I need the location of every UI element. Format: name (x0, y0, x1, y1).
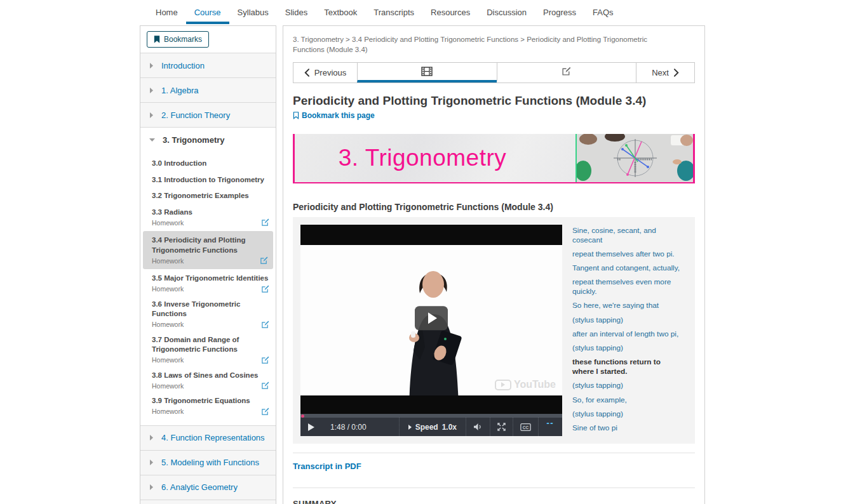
module-banner-image: 3. Trigonometry (293, 134, 695, 183)
subsection-3-4-selected[interactable]: 3.4 Periodicity and Plotting Trigonometr… (143, 231, 273, 269)
chevron-right-icon (149, 460, 154, 465)
nav-course[interactable]: Course (186, 0, 229, 24)
subsection-3-5[interactable]: 3.5 Major Trigonometric Identities Homew… (140, 270, 276, 296)
homework-label: Homework (152, 356, 184, 364)
nav-progress[interactable]: Progress (535, 0, 584, 24)
svg-text:CC: CC (523, 425, 529, 429)
nav-discussion[interactable]: Discussion (478, 0, 535, 24)
edit-homework-icon[interactable] (261, 381, 269, 390)
volume-button[interactable] (466, 418, 490, 436)
sidebar-section-function-representations[interactable]: 4. Function Representations (140, 425, 276, 450)
tab-homework-unit[interactable] (497, 63, 636, 83)
edit-homework-icon[interactable] (261, 356, 269, 364)
video-transcript-panel[interactable]: Sine, cosine, secant, and cosecant repea… (570, 225, 687, 436)
video-progress-bar[interactable] (300, 414, 562, 418)
chevron-right-icon (149, 112, 154, 118)
bookmark-link-label: Bookmark this page (302, 111, 375, 120)
chevron-right-icon (149, 63, 154, 69)
subsection-label: 3.2 Trigonometric Examples (152, 191, 269, 201)
bookmark-outline-icon (293, 112, 299, 119)
homework-label: Homework (152, 321, 184, 328)
video-controls: 1:48 / 0:00 Speed 1.0x (300, 418, 562, 436)
bookmarks-button[interactable]: Bookmarks (147, 31, 209, 48)
transcript-line[interactable]: (stylus tapping) (572, 343, 683, 353)
sidebar-section-analytic-geometry[interactable]: 6. Analytic Geometry (140, 475, 276, 500)
sidebar-section-label: 1. Algebra (161, 86, 199, 95)
video-player: YouTube 1:48 / 0:00 Speed 1.0x (300, 225, 562, 436)
subsection-label: 3.8 Laws of Sines and Cosines (152, 371, 269, 381)
subsection-3-0[interactable]: 3.0 Introduction (140, 156, 276, 172)
video-section-heading: Periodicity and Plotting Trigonometric F… (293, 202, 695, 212)
sidebar-section-trigonometry[interactable]: 3. Trigonometry (140, 127, 276, 152)
bookmark-filled-icon (154, 36, 160, 43)
youtube-label: YouTube (514, 379, 556, 390)
transcript-line[interactable]: Sine of two pi (572, 423, 683, 433)
transcript-line[interactable]: So, for example, (572, 395, 683, 405)
transcript-line[interactable]: (stylus tapping) (572, 409, 683, 419)
page-title: Periodicity and Plotting Trigonometric F… (293, 94, 695, 108)
sidebar-section-label: 6. Analytic Geometry (161, 482, 238, 492)
subsection-3-3[interactable]: 3.3 Radians Homework (140, 204, 276, 230)
homework-label: Homework (152, 285, 184, 293)
transcript-pdf-link[interactable]: Transcript in PDF (293, 461, 361, 471)
fullscreen-button[interactable] (490, 418, 513, 436)
nav-transcripts[interactable]: Transcripts (365, 0, 422, 24)
subsection-3-9[interactable]: 3.9 Trigonometric Equations Homework (140, 393, 276, 419)
sidebar-section-algebra[interactable]: 1. Algebra (140, 77, 276, 102)
nav-faqs[interactable]: FAQs (584, 0, 622, 24)
transcript-line[interactable]: Tangent and cotangent, actually, (572, 263, 683, 273)
speed-label: Speed (415, 423, 438, 432)
nav-slides[interactable]: Slides (277, 0, 316, 24)
next-button[interactable]: Next (636, 63, 694, 83)
transcript-line[interactable]: repeat themselves even more quickly. (572, 277, 683, 296)
speed-value: 1.0x (442, 423, 457, 432)
nav-home[interactable]: Home (147, 0, 186, 24)
previous-button[interactable]: Previous (293, 63, 357, 83)
sidebar-section-function-theory[interactable]: 2. Function Theory (140, 102, 276, 127)
subsection-label: 3.3 Radians (152, 208, 269, 218)
playhead-dot[interactable] (301, 414, 304, 418)
subsection-label: 3.7 Domain and Range of Trigonometric Fu… (152, 335, 269, 355)
breadcrumb: 3. Trigonometry > 3.4 Periodicity and Pl… (293, 35, 674, 55)
transcript-line[interactable]: repeat themselves after two pi. (572, 249, 683, 259)
trigonometry-subsections: 3.0 Introduction 3.1 Introduction to Tri… (140, 152, 276, 425)
sidebar-section-introduction[interactable]: Introduction (140, 53, 276, 77)
previous-label: Previous (314, 68, 347, 77)
transcript-line-active[interactable]: these functions return to where I starte… (572, 357, 683, 376)
bookmark-this-page-link[interactable]: Bookmark this page (293, 111, 375, 120)
bookmarks-button-label: Bookmarks (164, 35, 202, 44)
nav-resources[interactable]: Resources (422, 0, 478, 24)
sidebar-section-sample-clep[interactable]: Sample CLEP Questions (140, 500, 276, 504)
transcript-line[interactable]: (stylus tapping) (572, 315, 683, 325)
edit-homework-icon[interactable] (261, 321, 269, 329)
play-overlay-button[interactable] (415, 306, 448, 330)
subsection-3-6[interactable]: 3.6 Inverse Trigonometric Functions Home… (140, 296, 276, 332)
transcript-line[interactable]: Sine, cosine, secant, and cosecant (572, 226, 683, 244)
subsection-3-2[interactable]: 3.2 Trigonometric Examples (140, 188, 276, 204)
speed-control[interactable]: Speed 1.0x (400, 423, 466, 432)
edit-homework-icon[interactable] (261, 218, 269, 227)
sidebar-section-modeling[interactable]: 5. Modeling with Functions (140, 450, 276, 475)
subsection-label: 3.4 Periodicity and Plotting Trigonometr… (152, 235, 268, 255)
edit-homework-icon[interactable] (261, 408, 269, 416)
edit-homework-icon[interactable] (260, 256, 268, 265)
tab-video-unit[interactable] (357, 63, 497, 83)
chevron-down-icon (149, 138, 155, 142)
subsection-3-1[interactable]: 3.1 Introduction to Trigonometry (140, 172, 276, 189)
transcript-toggle-button[interactable]: “ (539, 418, 562, 436)
video-letterbox-bottom (300, 395, 562, 414)
transcript-line[interactable]: (stylus tapping) (572, 381, 683, 390)
youtube-watermark[interactable]: YouTube (495, 379, 556, 390)
transcript-line[interactable]: So here, we're saying that (572, 301, 683, 310)
play-button[interactable] (300, 418, 321, 436)
nav-textbook[interactable]: Textbook (316, 0, 365, 24)
nav-syllabus[interactable]: Syllabus (229, 0, 277, 24)
subsection-3-7[interactable]: 3.7 Domain and Range of Trigonometric Fu… (140, 332, 276, 368)
youtube-play-icon (495, 380, 511, 390)
edit-homework-icon[interactable] (261, 285, 269, 293)
subsection-3-8[interactable]: 3.8 Laws of Sines and Cosines Homework (140, 368, 276, 394)
subsection-label: 3.1 Introduction to Trigonometry (152, 175, 269, 185)
transcript-line[interactable]: after an interval of length two pi, (572, 329, 683, 339)
banner-photo (575, 134, 693, 182)
closed-captions-button[interactable]: CC (513, 418, 538, 436)
